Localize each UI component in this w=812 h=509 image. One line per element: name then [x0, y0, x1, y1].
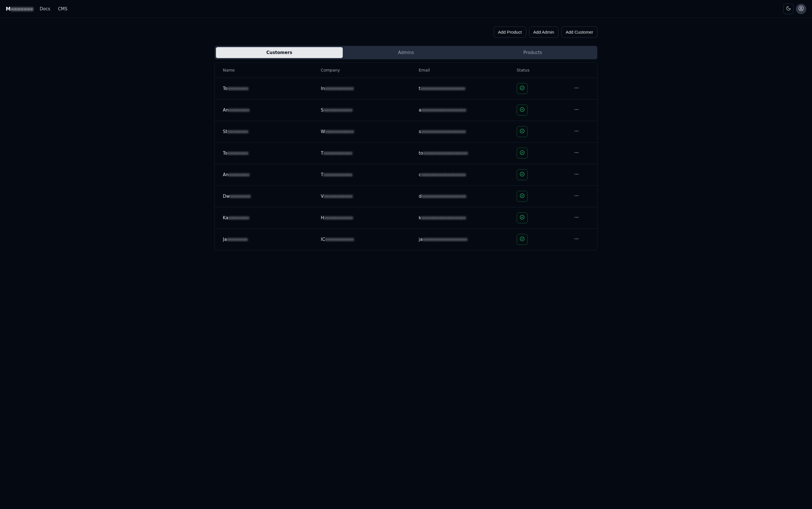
cell-name: Anxxxxxxxx — [223, 172, 318, 177]
svg-point-5 — [578, 88, 578, 88]
tab-products[interactable]: Products — [469, 47, 596, 58]
row-menu-button[interactable] — [572, 192, 581, 201]
nav-cms[interactable]: CMS — [58, 6, 68, 11]
cell-actions — [564, 170, 589, 179]
status-badge — [517, 212, 528, 223]
row-menu-button[interactable] — [572, 213, 581, 223]
table-row: ToxxxxxxxxTxxxxxxxxxxxtoxxxxxxxxxxxxxxxx… — [215, 142, 597, 164]
status-badge — [517, 83, 528, 94]
table-row: DwxxxxxxxxVxxxxxxxxxxxdxxxxxxxxxxxxxxxxx — [215, 186, 597, 207]
more-horizontal-icon — [574, 86, 579, 92]
cell-email-prefix: d — [419, 194, 422, 199]
cell-actions — [564, 127, 589, 136]
row-menu-button[interactable] — [572, 148, 581, 158]
cell-company-blurred: xxxxxxxxxxx — [325, 86, 354, 91]
tabs: Customers Admins Products — [215, 46, 597, 60]
svg-point-29 — [578, 217, 578, 217]
brand-initial: M — [6, 6, 11, 12]
cell-status — [517, 83, 560, 94]
th-email: Email — [419, 68, 513, 72]
cell-email-blurred: xxxxxxxxxxxxxxxxx — [421, 107, 466, 113]
cell-name-blurred: xxxxxxxx — [230, 194, 251, 199]
cell-status — [517, 148, 560, 159]
cell-status — [517, 191, 560, 202]
svg-point-7 — [575, 109, 575, 110]
cell-company: Wxxxxxxxxxxx — [321, 129, 416, 134]
row-menu-button[interactable] — [572, 127, 581, 136]
svg-point-28 — [576, 217, 577, 217]
cell-name-blurred: xxxxxxxx — [229, 107, 250, 113]
th-name: Name — [223, 68, 318, 72]
cell-company-prefix: W — [321, 129, 325, 134]
check-circle-icon — [520, 86, 525, 92]
cell-name: Toxxxxxxxx — [223, 86, 318, 91]
cell-name: Toxxxxxxxx — [223, 150, 318, 156]
cell-company-blurred: xxxxxxxxxxx — [325, 237, 354, 242]
cell-company: Inxxxxxxxxxxx — [321, 86, 416, 91]
cell-actions — [564, 105, 589, 115]
add-admin-button[interactable]: Add Admin — [529, 27, 559, 38]
row-menu-button[interactable] — [572, 170, 581, 179]
add-product-button[interactable]: Add Product — [494, 27, 526, 38]
table-row: AnxxxxxxxxTxxxxxxxxxxxcxxxxxxxxxxxxxxxxx — [215, 164, 597, 186]
theme-toggle-button[interactable] — [783, 4, 793, 14]
cell-actions — [564, 213, 589, 223]
row-menu-button[interactable] — [572, 105, 581, 115]
more-horizontal-icon — [574, 236, 579, 243]
cell-company: Vxxxxxxxxxxx — [321, 194, 416, 199]
more-horizontal-icon — [574, 129, 579, 135]
cell-email-prefix: s — [419, 129, 421, 134]
cell-company-blurred: xxxxxxxxxxx — [323, 150, 353, 156]
table-header: Name Company Email Status — [215, 63, 597, 78]
cell-email: axxxxxxxxxxxxxxxxx — [419, 107, 513, 113]
cell-company-prefix: V — [321, 194, 324, 199]
svg-point-0 — [799, 6, 804, 11]
svg-point-31 — [575, 239, 575, 239]
svg-point-27 — [575, 217, 575, 217]
cell-name: Jaxxxxxxxx — [223, 237, 318, 242]
tab-admins[interactable]: Admins — [343, 47, 469, 58]
cell-email-blurred: xxxxxxxxxxxxxxxxx — [422, 194, 466, 199]
tab-customers[interactable]: Customers — [216, 47, 343, 58]
svg-point-17 — [578, 152, 578, 153]
check-circle-icon — [520, 129, 525, 135]
table-body: ToxxxxxxxxInxxxxxxxxxxxtxxxxxxxxxxxxxxxx… — [215, 78, 597, 250]
svg-point-4 — [576, 88, 577, 88]
check-circle-icon — [520, 150, 525, 156]
row-menu-button[interactable] — [572, 84, 581, 93]
cell-name: Kaxxxxxxxx — [223, 215, 318, 220]
add-customer-button[interactable]: Add Customer — [561, 27, 597, 38]
svg-point-13 — [578, 131, 578, 131]
cell-name: Stxxxxxxxx — [223, 129, 318, 134]
cell-name-blurred: xxxxxxxx — [227, 150, 249, 156]
status-badge — [517, 191, 528, 202]
status-badge — [517, 169, 528, 180]
moon-icon — [786, 6, 791, 12]
brand-logo: Mxxxxxxx — [6, 6, 33, 12]
cell-email-prefix: ja — [419, 237, 422, 242]
th-company: Company — [321, 68, 416, 72]
cell-email-blurred: xxxxxxxxxxxxxxxxx — [423, 150, 468, 156]
row-menu-button[interactable] — [572, 235, 581, 244]
svg-point-16 — [576, 152, 577, 153]
cell-status — [517, 212, 560, 223]
cell-actions — [564, 148, 589, 158]
cell-name-prefix: Ja — [223, 237, 227, 242]
svg-point-9 — [578, 109, 578, 110]
cell-company: Txxxxxxxxxxx — [321, 172, 416, 177]
nav-docs[interactable]: Docs — [40, 6, 50, 11]
cell-email: dxxxxxxxxxxxxxxxxx — [419, 194, 513, 199]
brand-rest: xxxxxxx — [11, 6, 33, 12]
status-badge — [517, 105, 528, 115]
svg-point-1 — [800, 7, 802, 8]
user-avatar[interactable] — [796, 4, 806, 14]
more-horizontal-icon — [574, 107, 579, 113]
table-row: AnxxxxxxxxSxxxxxxxxxxxaxxxxxxxxxxxxxxxxx — [215, 99, 597, 121]
cell-email: toxxxxxxxxxxxxxxxxx — [419, 150, 513, 156]
svg-point-15 — [575, 152, 575, 153]
cell-email: kxxxxxxxxxxxxxxxxx — [419, 215, 513, 220]
more-horizontal-icon — [574, 215, 579, 221]
check-circle-icon — [520, 215, 525, 221]
customers-card: Name Company Email Status ToxxxxxxxxInxx… — [215, 62, 597, 250]
th-status: Status — [517, 68, 560, 72]
